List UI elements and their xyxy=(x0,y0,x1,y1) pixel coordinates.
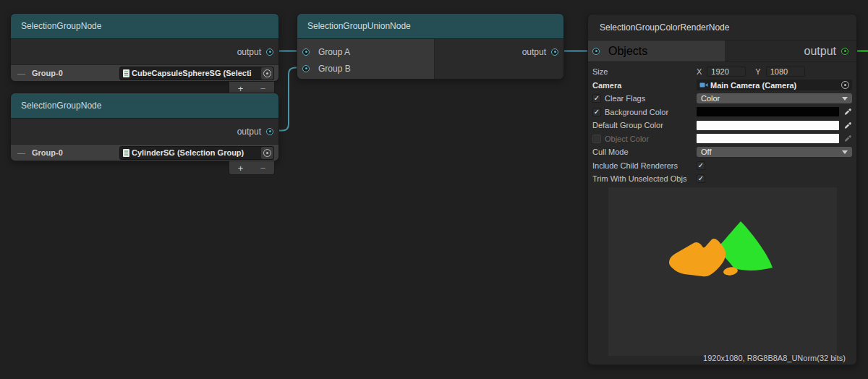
background-color-checkbox[interactable]: ✓ xyxy=(592,108,601,116)
default-group-color-swatch[interactable] xyxy=(697,121,839,130)
camera-label: Camera xyxy=(592,81,621,90)
cull-mode-value: Off xyxy=(701,148,711,156)
background-color-label: Background Color xyxy=(605,108,668,116)
row-size: Size X 1920 Y 1080 xyxy=(592,65,852,79)
drag-handle-icon[interactable]: — xyxy=(17,148,25,157)
size-x-field[interactable]: 1920 xyxy=(707,67,746,77)
cull-mode-dropdown[interactable]: Off xyxy=(697,147,852,157)
port-dot-icon xyxy=(305,67,307,69)
output-port-label: output xyxy=(804,45,836,58)
clear-flags-label: Clear Flags xyxy=(605,94,645,103)
output-row: output xyxy=(435,39,563,64)
node-selection-group-2[interactable]: SelectionGroupNode output — Group-0 Cyli… xyxy=(10,93,279,175)
input-port-label: Objects xyxy=(608,45,647,58)
row-background-color: ✓ Background Color xyxy=(592,106,852,119)
scriptable-object-icon xyxy=(123,69,129,77)
add-group-button[interactable]: + xyxy=(229,161,252,174)
drag-handle-icon[interactable]: — xyxy=(17,69,25,77)
node-title: SelectionGroupNode xyxy=(21,101,101,111)
render-texture-preview xyxy=(608,187,837,356)
object-field-value: CylinderSG (Selection Group) xyxy=(132,148,261,157)
node-port-section: Group A Group B output xyxy=(297,39,563,79)
row-trim-with-unselected-objs: Trim With Unselected Objs ✓ xyxy=(592,172,852,186)
size-x-label: X xyxy=(697,67,702,76)
output-port[interactable] xyxy=(841,48,848,55)
node-port-section: Objects output xyxy=(588,41,856,62)
object-picker-button[interactable] xyxy=(261,67,273,80)
node-body: SelectionGroupNode output — Group-0 Cyli… xyxy=(10,93,279,161)
output-port-label: output xyxy=(522,47,546,57)
default-group-color-label: Default Group Color xyxy=(592,121,663,129)
node-title: SelectionGroupNode xyxy=(21,21,101,31)
scriptable-object-icon xyxy=(123,149,129,157)
input-row-group-b: Group B xyxy=(297,60,434,77)
node-title-bar[interactable]: SelectionGroupNode xyxy=(11,93,278,119)
green-shape xyxy=(717,221,773,271)
eyedropper-icon[interactable] xyxy=(842,107,852,117)
camera-object-field[interactable]: Main Camera (Camera) xyxy=(697,80,852,90)
object-picker-button[interactable] xyxy=(261,147,273,159)
row-cull-mode: Cull Mode Off xyxy=(592,145,852,159)
port-dot-icon xyxy=(269,51,271,53)
input-port-group-b[interactable] xyxy=(302,65,310,72)
output-port[interactable] xyxy=(266,128,273,135)
cull-mode-label: Cull Mode xyxy=(592,148,629,156)
chevron-down-icon xyxy=(842,150,848,154)
node-selection-group-union[interactable]: SelectionGroupUnionNode Group A Group B … xyxy=(297,13,564,80)
node-title-bar[interactable]: SelectionGroupColorRenderNode xyxy=(588,14,856,41)
node-title-bar[interactable]: SelectionGroupUnionNode xyxy=(297,14,563,39)
eyedropper-icon xyxy=(842,134,852,144)
port-dot-icon xyxy=(269,130,271,132)
size-y-field[interactable]: 1080 xyxy=(766,67,805,77)
port-dot-icon xyxy=(595,50,597,52)
output-port[interactable] xyxy=(266,48,273,56)
node-body: SelectionGroupUnionNode Group A Group B … xyxy=(297,13,564,80)
object-color-label: Object Color xyxy=(605,135,649,143)
node-selection-group-1[interactable]: SelectionGroupNode output — Group-0 Cube… xyxy=(10,13,279,95)
selection-group-object-field[interactable]: CylinderSG (Selection Group) xyxy=(119,146,274,160)
inspector: Size X 1920 Y 1080 Camera Main Camera (C… xyxy=(588,62,856,186)
node-title-bar[interactable]: SelectionGroupNode xyxy=(11,14,278,39)
input-port-group-a[interactable] xyxy=(302,48,310,56)
input-ports-section: Group A Group B xyxy=(297,39,435,79)
background-color-swatch[interactable] xyxy=(697,107,839,116)
object-field-value: CubeCapsuleSphereSG (Selecti xyxy=(132,69,261,77)
input-port-objects[interactable] xyxy=(592,48,600,55)
port-dot-icon xyxy=(305,51,307,53)
orange-shape xyxy=(669,239,726,276)
row-camera: Camera Main Camera (Camera) xyxy=(592,79,852,93)
eyedropper-icon[interactable] xyxy=(842,120,852,130)
include-child-renderers-checkbox[interactable]: ✓ xyxy=(697,161,705,170)
clear-flags-checkbox[interactable]: ✓ xyxy=(592,94,601,103)
clear-flags-value: Color xyxy=(701,94,720,103)
output-row: output xyxy=(11,39,278,64)
output-port-label: output xyxy=(237,47,261,57)
input-port-label: Group B xyxy=(318,64,351,74)
node-title: SelectionGroupColorRenderNode xyxy=(600,22,729,33)
trim-with-unselected-objs-label: Trim With Unselected Objs xyxy=(592,174,686,183)
clear-flags-dropdown[interactable]: Color xyxy=(697,93,852,103)
output-row: output xyxy=(725,41,856,61)
object-picker-icon[interactable] xyxy=(841,81,849,89)
remove-group-button[interactable]: − xyxy=(252,161,274,174)
selection-group-object-field[interactable]: CubeCapsuleSphereSG (Selecti xyxy=(119,67,274,80)
output-port[interactable] xyxy=(551,48,558,56)
input-row-group-a: Group A xyxy=(297,43,434,60)
row-default-group-color: Default Group Color xyxy=(592,119,852,132)
node-selection-group-color-render[interactable]: SelectionGroupColorRenderNode Objects ou… xyxy=(587,14,857,365)
camera-field-value: Main Camera (Camera) xyxy=(710,81,839,90)
row-include-child-renderers: Include Child Renderers ✓ xyxy=(592,159,852,173)
object-color-checkbox[interactable] xyxy=(592,135,601,143)
input-port-label: Group A xyxy=(318,47,350,57)
camera-icon xyxy=(699,82,708,88)
size-label: Size xyxy=(592,67,608,76)
include-child-renderers-label: Include Child Renderers xyxy=(592,161,678,170)
render-texture-caption: 1920x1080, R8G8B8A8_UNorm(32 bits) xyxy=(703,354,846,362)
group-row: — Group-0 CubeCapsuleSphereSG (Selecti xyxy=(11,64,278,81)
port-dot-icon xyxy=(554,51,556,53)
preview-image xyxy=(608,187,837,356)
group-name-label: Group-0 xyxy=(32,69,63,77)
list-size-controls: + − xyxy=(229,161,275,175)
input-row-objects: Objects xyxy=(588,41,725,61)
trim-with-unselected-objs-checkbox[interactable]: ✓ xyxy=(697,174,705,183)
